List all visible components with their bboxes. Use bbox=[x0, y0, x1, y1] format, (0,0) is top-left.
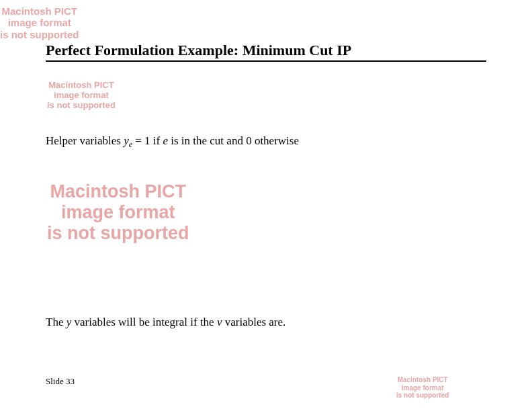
title-rule bbox=[46, 60, 486, 62]
pict-placeholder-center: Macintosh PICT image format is not suppo… bbox=[47, 181, 189, 244]
integral-text: The y variables will be integral if the … bbox=[46, 316, 285, 329]
text: Helper variables bbox=[46, 134, 124, 147]
pict-line: is not supported bbox=[47, 223, 189, 244]
pict-line: image format bbox=[396, 384, 449, 392]
text: variables are. bbox=[222, 316, 285, 328]
pict-line: Macintosh PICT bbox=[0, 5, 79, 17]
pict-line: image format bbox=[47, 91, 116, 101]
pict-line: image format bbox=[0, 17, 79, 28]
text: = 1 if bbox=[132, 134, 163, 147]
pict-placeholder-bottom-right: Macintosh PICT image format is not suppo… bbox=[396, 376, 449, 400]
slide-number: Slide 33 bbox=[46, 376, 75, 387]
pict-line: is not supported bbox=[396, 392, 449, 400]
pict-line: Macintosh PICT bbox=[47, 81, 116, 91]
pict-line: is not supported bbox=[47, 101, 116, 111]
text: The bbox=[46, 316, 66, 328]
pict-line: Macintosh PICT bbox=[47, 181, 189, 202]
slide-title: Perfect Formulation Example: Minimum Cut… bbox=[46, 42, 351, 59]
helper-variables-text: Helper variables ye = 1 if e is in the c… bbox=[46, 134, 299, 150]
text: variables will be integral if the bbox=[71, 316, 217, 328]
pict-line: image format bbox=[47, 202, 189, 223]
pict-line: is not supported bbox=[0, 29, 79, 40]
pict-placeholder-under-title: Macintosh PICT image format is not suppo… bbox=[47, 81, 116, 111]
text: is in the cut and 0 otherwise bbox=[168, 134, 299, 147]
var-e: e bbox=[163, 134, 168, 147]
var-y: y bbox=[124, 134, 129, 147]
pict-line: Macintosh PICT bbox=[396, 376, 449, 384]
pict-placeholder-top-left: Macintosh PICT image format is not suppo… bbox=[0, 5, 79, 40]
